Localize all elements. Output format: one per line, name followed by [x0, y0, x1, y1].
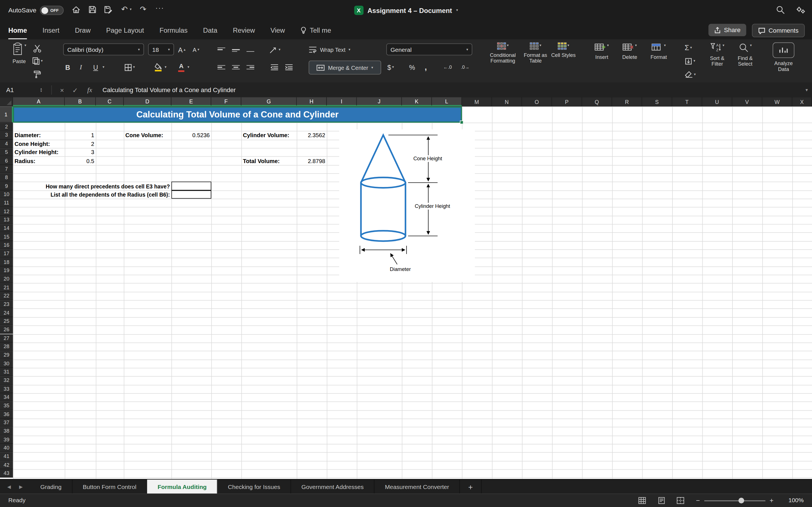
row-header-36[interactable]: 36 — [0, 410, 13, 418]
row-header-13[interactable]: 13 — [0, 216, 13, 224]
cell-styles-button[interactable]: ▾ Cell Styles — [550, 43, 577, 58]
number-format-select[interactable]: General ▾ — [386, 43, 472, 55]
next-sheet-icon[interactable]: ▶ — [19, 484, 23, 489]
underline-button[interactable]: U — [93, 61, 98, 73]
insert-cells-button[interactable]: ▾ Insert — [591, 43, 613, 60]
column-header-B[interactable]: B — [65, 97, 96, 106]
cell-A6[interactable]: Radius: — [13, 156, 65, 165]
cell-B6[interactable]: 0.5 — [65, 156, 96, 165]
font-color-button[interactable]: A — [178, 61, 185, 73]
tab-view[interactable]: View — [270, 20, 285, 39]
normal-view-icon[interactable] — [638, 497, 646, 506]
underline-options-chevron[interactable]: ▾ — [103, 61, 104, 73]
column-header-Q[interactable]: Q — [582, 97, 612, 106]
align-bottom-button[interactable] — [246, 43, 254, 56]
row-header-18[interactable]: 18 — [0, 258, 13, 266]
chevron-down-icon[interactable]: ▾ — [130, 7, 132, 11]
row-header-30[interactable]: 30 — [0, 359, 13, 368]
clear-button[interactable]: ▾ — [684, 68, 696, 80]
sheet-tab-button-form-control[interactable]: Button Form Control — [72, 480, 147, 494]
tab-draw[interactable]: Draw — [75, 20, 91, 39]
column-header-L[interactable]: L — [432, 97, 462, 106]
decrease-indent-button[interactable] — [270, 61, 278, 73]
tab-page-layout[interactable]: Page Layout — [106, 20, 144, 39]
cell-A5[interactable]: Cylinder Height: — [13, 148, 65, 156]
select-all-corner[interactable] — [0, 97, 13, 106]
settings-gears-icon[interactable] — [795, 5, 806, 14]
font-size-select[interactable]: 18 ▾ — [148, 43, 174, 55]
row-header-23[interactable]: 23 — [0, 300, 13, 309]
row-header-35[interactable]: 35 — [0, 402, 13, 410]
row-header-42[interactable]: 42 — [0, 461, 13, 469]
title-chevron-icon[interactable]: ▾ — [456, 8, 458, 12]
column-header-T[interactable]: T — [672, 97, 702, 106]
row-header-4[interactable]: 4 — [0, 139, 13, 148]
comments-button[interactable]: Comments — [752, 24, 805, 37]
collapse-formula-bar-icon[interactable]: ▾ — [806, 87, 808, 93]
cell-E3[interactable]: 0.5236 — [171, 131, 211, 139]
undo-button[interactable]: ↶ ▾ — [121, 5, 132, 14]
tab-formulas[interactable]: Formulas — [160, 20, 188, 39]
column-header-F[interactable]: F — [211, 97, 241, 106]
paste-button[interactable]: ▾ Paste — [6, 43, 32, 64]
tab-data[interactable]: Data — [203, 20, 217, 39]
sheet-tab-measurement-converter[interactable]: Measurement Converter — [374, 480, 460, 494]
italic-button[interactable]: I — [80, 61, 82, 73]
column-header-N[interactable]: N — [492, 97, 522, 106]
row-header-7[interactable]: 7 — [0, 165, 13, 173]
fill-color-button[interactable] — [154, 61, 162, 73]
row-header-37[interactable]: 37 — [0, 418, 13, 427]
format-cells-button[interactable]: ▾ Format — [646, 43, 671, 60]
row-header-16[interactable]: 16 — [0, 241, 13, 249]
row-header-6[interactable]: 6 — [0, 156, 13, 165]
orientation-button[interactable]: ▾ — [269, 43, 281, 56]
cancel-icon[interactable]: × — [60, 86, 64, 94]
cell-B4[interactable]: 2 — [65, 139, 96, 148]
bold-button[interactable]: B — [65, 61, 70, 73]
sheet-tab-grading[interactable]: Grading — [30, 480, 72, 494]
row-header-34[interactable]: 34 — [0, 393, 13, 402]
comma-style-button[interactable]: , — [424, 61, 427, 73]
cell-H3[interactable]: 2.3562 — [297, 131, 327, 139]
cell-B5[interactable]: 3 — [65, 148, 96, 156]
autosum-button[interactable]: Σ ▾ — [684, 41, 692, 54]
sheet-tab-government-addresses[interactable]: Government Addresses — [291, 480, 374, 494]
row-header-22[interactable]: 22 — [0, 292, 13, 300]
cell-E9[interactable] — [171, 182, 211, 190]
increase-indent-button[interactable] — [285, 61, 293, 73]
tab-home[interactable]: Home — [8, 20, 27, 39]
row-header-32[interactable]: 32 — [0, 376, 13, 385]
autosave-control[interactable]: AutoSave OFF — [8, 6, 64, 15]
row-header-3[interactable]: 3 — [0, 131, 13, 139]
home-icon[interactable] — [71, 5, 81, 14]
row-header-1[interactable]: 1 — [0, 107, 13, 122]
analyze-data-button[interactable]: Analyze Data — [769, 43, 799, 72]
cell-A4[interactable]: Cone Height: — [13, 139, 65, 148]
row-header-11[interactable]: 11 — [0, 199, 13, 207]
cell-A3[interactable]: Diameter: — [13, 131, 65, 139]
cell-G3[interactable]: Cylinder Volume: — [241, 131, 297, 139]
percent-button[interactable]: % — [409, 61, 415, 73]
chevron-down-icon[interactable]: ▾ — [24, 43, 26, 48]
name-box[interactable]: A1 — [0, 87, 40, 94]
row-header-15[interactable]: 15 — [0, 232, 13, 241]
column-header-M[interactable]: M — [462, 97, 492, 106]
column-header-R[interactable]: R — [612, 97, 642, 106]
row-header-31[interactable]: 31 — [0, 368, 13, 376]
save-icon[interactable] — [88, 5, 97, 14]
column-header-P[interactable]: P — [552, 97, 582, 106]
cell-A10[interactable]: List all the dependents of the Radius (c… — [13, 190, 171, 199]
row-header-21[interactable]: 21 — [0, 283, 13, 292]
row-header-41[interactable]: 41 — [0, 452, 13, 461]
row-header-10[interactable]: 10 — [0, 190, 13, 199]
search-icon[interactable] — [776, 5, 785, 14]
row-header-28[interactable]: 28 — [0, 342, 13, 351]
row-header-24[interactable]: 24 — [0, 309, 13, 317]
page-break-view-icon[interactable] — [676, 497, 684, 506]
zoom-level[interactable]: 100% — [779, 497, 804, 503]
more-commands-icon[interactable]: ··· — [155, 4, 164, 12]
decrease-font-button[interactable]: A▾ — [193, 43, 199, 56]
column-header-E[interactable]: E — [171, 97, 211, 106]
row-header-25[interactable]: 25 — [0, 317, 13, 326]
row-header-2[interactable]: 2 — [0, 122, 13, 131]
